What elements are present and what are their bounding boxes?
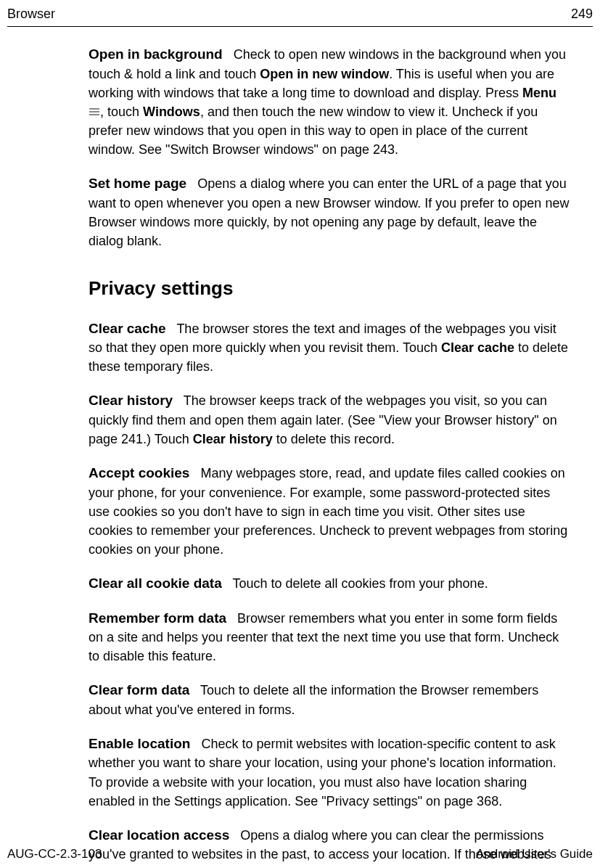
- text: to delete this record.: [273, 432, 395, 446]
- text: , touch: [100, 105, 143, 119]
- para-remember-form-data: Remember form data Browser remembers wha…: [89, 608, 571, 666]
- lead-enable-location: Enable location: [89, 736, 190, 751]
- page-footer: AUG-CC-2.3-103 Android User's Guide: [7, 846, 593, 864]
- para-open-in-background: Open in background Check to open new win…: [89, 44, 571, 159]
- menu-icon: [89, 108, 99, 117]
- bold-windows: Windows: [143, 105, 200, 119]
- lead-clear-history: Clear history: [89, 393, 173, 408]
- header-rule: [7, 26, 593, 27]
- lead-accept-cookies: Accept cookies: [89, 465, 189, 480]
- lead-clear-location-access: Clear location access: [89, 827, 229, 843]
- lead-clear-all-cookie-data: Clear all cookie data: [89, 576, 222, 591]
- para-clear-cache: Clear cache The browser stores the text …: [89, 319, 571, 377]
- para-accept-cookies: Accept cookies Many webpages store, read…: [89, 463, 571, 559]
- para-clear-all-cookie-data: Clear all cookie data Touch to delete al…: [89, 573, 571, 594]
- content-area: Open in background Check to open new win…: [0, 44, 600, 868]
- header-page-number: 249: [571, 4, 593, 23]
- lead-open-in-background: Open in background: [89, 46, 223, 62]
- lead-set-home-page: Set home page: [89, 176, 186, 191]
- bold-menu: Menu: [522, 86, 556, 100]
- section-heading-privacy-settings: Privacy settings: [89, 275, 571, 303]
- bold-clear-history: Clear history: [193, 432, 273, 446]
- para-set-home-page: Set home page Opens a dialog where you c…: [89, 173, 571, 250]
- footer-guide-name: Android User's Guide: [476, 846, 593, 864]
- para-enable-location: Enable location Check to permit websites…: [89, 734, 571, 811]
- para-clear-history: Clear history The browser keeps track of…: [89, 390, 571, 449]
- footer-doc-id: AUG-CC-2.3-103: [7, 846, 102, 864]
- para-clear-form-data: Clear form data Touch to delete all the …: [89, 680, 571, 719]
- bold-clear-cache: Clear cache: [441, 340, 514, 355]
- lead-clear-form-data: Clear form data: [89, 682, 189, 697]
- text: Touch to delete all cookies from your ph…: [232, 576, 488, 591]
- header-section: Browser: [7, 4, 55, 23]
- bold-open-in-new-window: Open in new window: [260, 67, 389, 81]
- lead-remember-form-data: Remember form data: [89, 610, 226, 626]
- lead-clear-cache: Clear cache: [89, 321, 166, 336]
- page-header: Browser 249: [0, 0, 600, 26]
